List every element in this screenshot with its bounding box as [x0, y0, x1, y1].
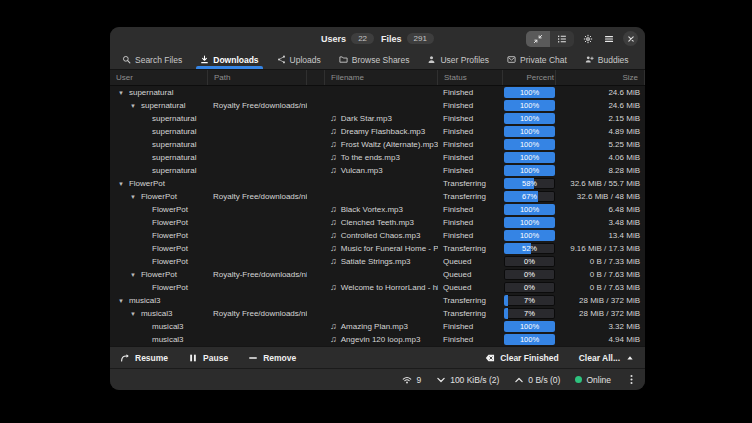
status-cell: Queued [438, 281, 503, 294]
table-row[interactable]: supernatural♫Dreamy Flashback.mp3Finishe… [110, 125, 645, 138]
table-row[interactable]: ▼musical3Transferring7%28 MiB / 372 MiB [110, 294, 645, 307]
table-row[interactable]: ▼musical3Royalty Free/downloads/nicotiTr… [110, 307, 645, 320]
tab-buddies[interactable]: Buddies [576, 50, 638, 69]
percent-cell: 67% [503, 190, 556, 203]
column-header-file[interactable]: Filename [325, 70, 438, 85]
main-menu-button[interactable] [602, 32, 616, 46]
table-row[interactable]: supernatural♫Frost Waltz (Alternate).mp3… [110, 138, 645, 151]
table-row[interactable]: supernatural♫To the ends.mp3Finished100%… [110, 151, 645, 164]
user-label: supernatural [141, 101, 185, 110]
table-row[interactable]: supernatural♫Dark Star.mp3Finished100%2.… [110, 112, 645, 125]
user-label: supernatural [152, 166, 196, 175]
list-view-button[interactable] [550, 31, 574, 47]
connections-status[interactable]: 9 [402, 375, 421, 385]
tab-uploads[interactable]: Uploads [268, 50, 330, 69]
table-row[interactable]: FlowerPot♫Controlled Chaos.mp3Finished10… [110, 229, 645, 242]
percent-label: 100% [504, 113, 555, 124]
filename-label: Black Vortex.mp3 [341, 205, 403, 214]
expander-icon[interactable]: ▼ [130, 272, 136, 278]
tab-search-files[interactable]: Search Files [113, 50, 191, 69]
person-icon [427, 55, 436, 64]
status-cell: Finished [438, 151, 503, 164]
statusbar-menu-button[interactable] [626, 374, 637, 385]
chevron-down-icon [436, 375, 446, 385]
remove-button[interactable]: Remove [248, 353, 296, 363]
path-cell [208, 203, 307, 216]
pause-button[interactable]: Pause [188, 353, 228, 363]
expander-icon[interactable]: ▼ [118, 90, 124, 96]
upload-speed-status[interactable]: 0 B/s (0) [514, 375, 560, 385]
resume-button[interactable]: Resume [120, 353, 168, 363]
table-row[interactable]: ▼supernaturalFinished100%24.6 MiB [110, 86, 645, 99]
table-row[interactable]: supernatural♫Vulcan.mp3Finished100%8.28 … [110, 164, 645, 177]
tab-label: Uploads [290, 55, 321, 65]
tab-label: Private Chat [520, 55, 567, 65]
size-cell: 9.16 MiB / 17.3 MiB [556, 242, 645, 255]
table-row[interactable]: FlowerPot♫Satiate Strings.mp3Queued0%0 B… [110, 255, 645, 268]
download-speed-status[interactable]: 100 KiB/s (2) [436, 375, 499, 385]
status-cell: Finished [438, 216, 503, 229]
column-header-spacer[interactable] [307, 70, 325, 85]
progress-bar: 100% [504, 113, 555, 124]
close-button[interactable] [623, 31, 638, 46]
status-cell: Transferring [438, 307, 503, 320]
percent-cell: 58% [503, 177, 556, 190]
filename-cell [325, 294, 438, 307]
column-header-status[interactable]: Status [438, 70, 503, 85]
table-row[interactable]: musical3♫Angevin 120 loop.mp3Finished100… [110, 333, 645, 346]
button-label: Remove [263, 353, 296, 363]
expander-icon[interactable]: ▼ [130, 103, 136, 109]
user-cell: ▼musical3 [110, 294, 208, 307]
user-cell: ▼FlowerPot [110, 268, 208, 281]
view-toggle-group [526, 31, 574, 47]
table-row[interactable]: FlowerPot♫Music for Funeral Home - Part … [110, 242, 645, 255]
compact-view-button[interactable] [526, 31, 550, 47]
column-header-path[interactable]: Path [208, 70, 307, 85]
button-label: Pause [203, 353, 228, 363]
user-label: supernatural [152, 127, 196, 136]
expander-icon[interactable]: ▼ [130, 311, 136, 317]
tab-downloads[interactable]: Downloads [191, 50, 267, 69]
filename-cell: ♫Amazing Plan.mp3 [325, 320, 438, 333]
online-status[interactable]: Online [575, 375, 611, 385]
table-row[interactable]: FlowerPot♫Black Vortex.mp3Finished100%6.… [110, 203, 645, 216]
tab-private-chat[interactable]: Private Chat [498, 50, 576, 69]
user-label: supernatural [152, 114, 196, 123]
tab-browse-shares[interactable]: Browse Shares [330, 50, 419, 69]
tab-label: Search Files [135, 55, 182, 65]
music-note-icon: ♫ [330, 231, 337, 240]
filename-label: Amazing Plan.mp3 [341, 322, 408, 331]
expander-icon[interactable]: ▼ [118, 181, 124, 187]
percent-label: 58% [504, 178, 555, 189]
tab-user-profiles[interactable]: User Profiles [418, 50, 498, 69]
table-row[interactable]: FlowerPot♫Welcome to HorrorLand - hi.mp3… [110, 281, 645, 294]
column-header-size[interactable]: Size [556, 70, 645, 85]
spacer-cell [307, 281, 325, 294]
tab-label: Browse Shares [352, 55, 410, 65]
progress-bar: 100% [504, 165, 555, 176]
titlebar-buttons [526, 27, 638, 50]
table-row[interactable]: musical3♫Amazing Plan.mp3Finished100%3.3… [110, 320, 645, 333]
column-header-user[interactable]: User [110, 70, 208, 85]
expander-icon[interactable]: ▼ [130, 194, 136, 200]
remove-icon [248, 353, 258, 363]
percent-cell: 100% [503, 229, 556, 242]
column-header-pct[interactable]: Percent [503, 70, 556, 85]
clear-finished-button[interactable]: Clear Finished [485, 353, 559, 363]
wifi-icon [402, 375, 412, 385]
expander-icon[interactable]: ▼ [118, 298, 124, 304]
table-row[interactable]: ▼FlowerPotRoyalty-Free/downloads/nicotiQ… [110, 268, 645, 281]
progress-bar: 100% [504, 139, 555, 150]
tab-chat-rooms[interactable]: Chat Rooms [638, 50, 645, 69]
table-row[interactable]: ▼supernaturalRoyalty Free/downloads/nico… [110, 99, 645, 112]
clear-all-button[interactable]: Clear All... [579, 353, 635, 363]
table-row[interactable]: FlowerPot♫Clenched Teeth.mp3Finished100%… [110, 216, 645, 229]
preferences-button[interactable] [581, 32, 595, 46]
status-cell: Finished [438, 112, 503, 125]
user-cell: musical3 [110, 333, 208, 346]
path-cell [208, 333, 307, 346]
table-row[interactable]: ▼FlowerPotTransferring58%32.6 MiB / 55.7… [110, 177, 645, 190]
percent-label: 67% [504, 191, 555, 202]
status-cell: Finished [438, 164, 503, 177]
table-row[interactable]: ▼FlowerPotRoyalty Free/downloads/nicotiT… [110, 190, 645, 203]
